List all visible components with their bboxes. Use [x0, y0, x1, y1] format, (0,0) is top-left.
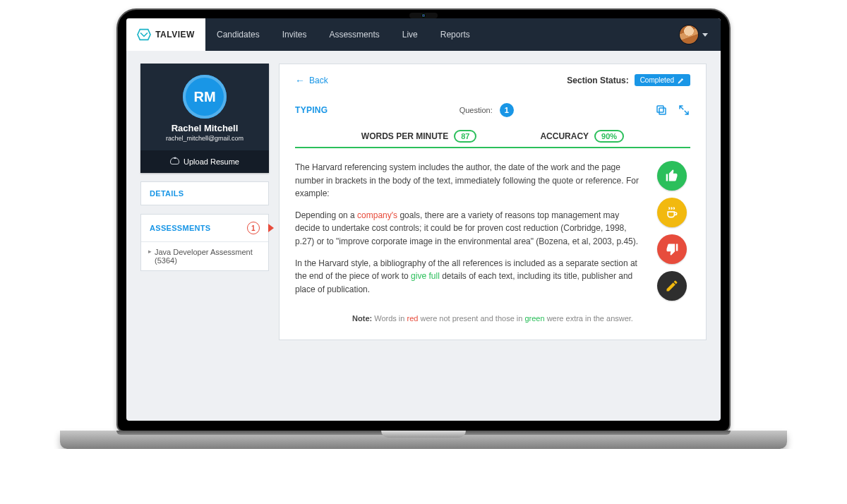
laptop-base — [60, 431, 787, 449]
rate-thumbs-down-button[interactable] — [657, 234, 687, 264]
status-value: Completed — [640, 76, 674, 84]
copy-icon[interactable] — [655, 104, 668, 116]
nav-invites[interactable]: Invites — [271, 18, 318, 51]
question-label: Question: — [459, 106, 493, 114]
back-button[interactable]: ← Back — [295, 75, 328, 86]
assessment-row-label: Java Developer Assessment (5364) — [155, 248, 261, 265]
section-status: Section Status: Completed — [567, 74, 690, 86]
candidate-email: rachel_mitchell@gmail.com — [148, 135, 262, 142]
extra-word: give full — [411, 271, 440, 281]
question-number[interactable]: 1 — [500, 103, 514, 117]
chevron-down-icon — [702, 33, 708, 37]
candidate-avatar: RM — [183, 75, 227, 119]
assessments-tab[interactable]: ASSESSMENTS 1 — [141, 215, 268, 241]
active-indicator-icon — [268, 224, 274, 232]
details-panel[interactable]: DETAILS — [140, 181, 269, 205]
rate-thumbs-up-button[interactable] — [657, 161, 687, 191]
user-menu[interactable] — [667, 18, 721, 51]
passage-p3: In the Harvard style, a bibliography of … — [295, 257, 641, 296]
screen-bezel: TALVIEW Candidates Invites Assessments L… — [116, 8, 731, 432]
assessment-row[interactable]: ▸ Java Developer Assessment (5364) — [141, 241, 268, 270]
passage-p1: The Harvard referencing system includes … — [295, 161, 641, 200]
upload-resume-button[interactable]: Upload Resume — [140, 150, 269, 173]
expand-icon[interactable] — [678, 104, 690, 116]
back-label: Back — [309, 76, 328, 85]
avatar — [680, 25, 698, 44]
logo-icon — [137, 28, 151, 41]
status-chip[interactable]: Completed — [635, 74, 690, 86]
assessments-count-badge: 1 — [247, 222, 260, 234]
chevron-right-icon: ▸ — [148, 248, 152, 265]
candidate-card: RM Rachel Mitchell rachel_mitchell@gmail… — [140, 64, 269, 173]
edit-status-icon — [678, 77, 685, 84]
passage-p2: Depending on a company's goals, there ar… — [295, 209, 641, 248]
upload-label: Upload Resume — [184, 157, 239, 166]
sidebar: RM Rachel Mitchell rachel_mitchell@gmail… — [140, 64, 269, 340]
rate-hold-button[interactable] — [657, 198, 687, 227]
rate-edit-button[interactable] — [657, 271, 687, 301]
brand-logo[interactable]: TALVIEW — [126, 18, 205, 51]
arrow-left-icon: ← — [295, 75, 305, 86]
brand-name: TALVIEW — [155, 30, 195, 40]
upload-icon — [170, 157, 179, 164]
missing-word: company's — [357, 210, 397, 220]
nav-links: Candidates Invites Assessments Live Repo… — [205, 18, 481, 51]
svg-rect-1 — [659, 108, 666, 114]
accuracy-value: 90% — [594, 130, 624, 143]
candidate-name: Rachel Mitchell — [148, 123, 262, 133]
assessments-panel: ASSESSMENTS 1 ▸ Java Developer Assessmen… — [140, 214, 269, 271]
wpm-value: 87 — [454, 130, 476, 143]
main-panel: ← Back Section Status: Completed — [279, 64, 707, 340]
metrics-bar: WORDS PER MINUTE 87 ACCURACY 90% — [295, 130, 690, 148]
laptop-frame: TALVIEW Candidates Invites Assessments L… — [0, 0, 847, 449]
note-label: Note: — [352, 314, 372, 323]
top-nav: TALVIEW Candidates Invites Assessments L… — [126, 18, 721, 51]
legend-note: Note: Words in red were not present and … — [295, 314, 690, 323]
wpm-label: WORDS PER MINUTE — [361, 131, 448, 141]
webcam — [409, 13, 438, 18]
metric-wpm: WORDS PER MINUTE 87 — [361, 130, 477, 143]
status-label: Section Status: — [567, 76, 628, 85]
typing-passage: The Harvard referencing system includes … — [295, 161, 641, 304]
section-title: TYPING — [295, 105, 328, 115]
metric-accuracy: ACCURACY 90% — [540, 130, 624, 143]
nav-assessments[interactable]: Assessments — [318, 18, 390, 51]
rating-column — [654, 161, 690, 304]
assessments-tab-label: ASSESSMENTS — [150, 224, 210, 232]
accuracy-label: ACCURACY — [540, 131, 589, 141]
svg-marker-0 — [138, 30, 150, 40]
svg-rect-2 — [657, 106, 663, 112]
page-body: RM Rachel Mitchell rachel_mitchell@gmail… — [126, 51, 721, 353]
nav-reports[interactable]: Reports — [429, 18, 481, 51]
nav-candidates[interactable]: Candidates — [205, 18, 271, 51]
nav-live[interactable]: Live — [391, 18, 429, 51]
app-screen: TALVIEW Candidates Invites Assessments L… — [126, 18, 721, 421]
details-tab-label: DETAILS — [141, 182, 268, 205]
